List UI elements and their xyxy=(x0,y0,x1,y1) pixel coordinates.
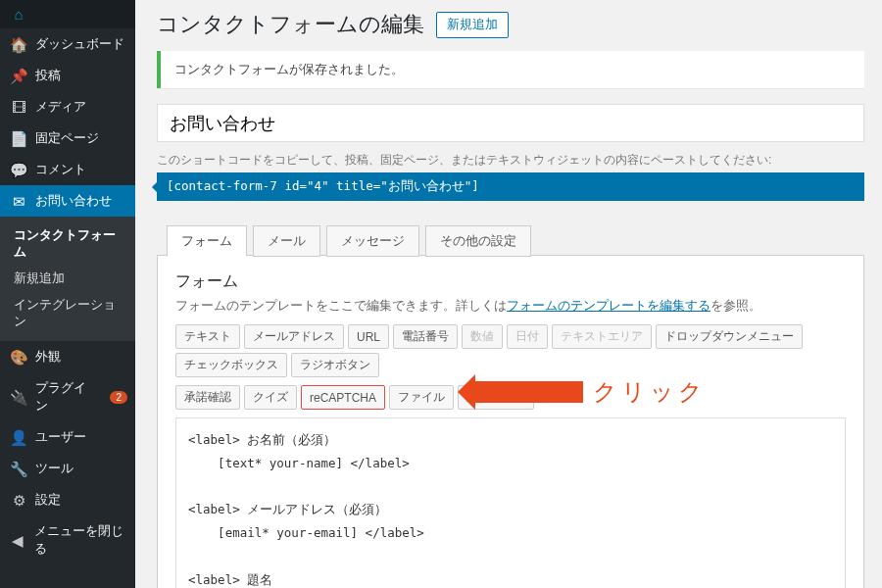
sidebar-label: メディア xyxy=(35,98,86,116)
sidebar-sub-item[interactable]: インテグレーション xyxy=(0,292,135,335)
sidebar-icon: ◀ xyxy=(10,533,26,548)
sidebar-label: メニューを閉じる xyxy=(34,522,127,558)
sidebar-label: ユーザー xyxy=(35,428,86,446)
tag-button-電話番号[interactable]: 電話番号 xyxy=(393,324,458,349)
tag-button-メールアドレス[interactable]: メールアドレス xyxy=(244,324,344,349)
tag-buttons-row-1: テキストメールアドレスURL電話番号数値日付テキストエリアドロップダウンメニュー… xyxy=(175,324,846,377)
sidebar-item-10[interactable]: 🔧ツール xyxy=(0,453,135,484)
tab-1[interactable]: メール xyxy=(253,225,320,257)
sidebar-item-9[interactable]: 👤ユーザー xyxy=(0,421,135,453)
tab-3[interactable]: その他の設定 xyxy=(425,225,531,257)
sidebar-label: プラグイン xyxy=(35,379,98,415)
success-notice: コンタクトフォームが保存されました。 xyxy=(157,51,864,88)
shortcode-display[interactable]: [contact-form-7 id="4" title="お問い合わせ"] xyxy=(157,172,864,201)
add-new-button[interactable]: 新規追加 xyxy=(436,12,509,38)
tag-button-チェックボックス[interactable]: チェックボックス xyxy=(175,353,287,377)
sidebar-sub-item[interactable]: コンタクトフォーム xyxy=(0,222,135,266)
page-title: コンタクトフォームの編集 xyxy=(157,10,424,39)
tag-button-テキスト[interactable]: テキスト xyxy=(175,324,240,349)
tag-button-ドロップダウンメニュー[interactable]: ドロップダウンメニュー xyxy=(656,324,803,349)
sidebar-item-6[interactable]: ✉お問い合わせ xyxy=(0,185,135,217)
tag-button-reCAPTCHA[interactable]: reCAPTCHA xyxy=(301,385,385,410)
sidebar-icon: ✉ xyxy=(10,194,27,209)
sidebar-icon: 🔧 xyxy=(10,462,27,476)
sidebar-icon: 📄 xyxy=(10,131,27,146)
sidebar-label: ツール xyxy=(35,460,74,477)
update-badge: 2 xyxy=(110,391,127,404)
tag-buttons-row-2: 承諾確認クイズreCAPTCHAファイル送信ボタン xyxy=(175,385,846,410)
sidebar-icon: 👤 xyxy=(10,430,27,445)
tag-button-日付[interactable]: 日付 xyxy=(507,324,548,349)
sidebar-label: お問い合わせ xyxy=(35,192,112,210)
sidebar-label: 外観 xyxy=(35,348,61,366)
sidebar-label: 固定ページ xyxy=(35,129,99,147)
sidebar-icon: 🔌 xyxy=(10,390,27,405)
sidebar-icon: 💬 xyxy=(10,163,27,177)
tag-button-クイズ[interactable]: クイズ xyxy=(244,385,297,410)
tag-button-数値[interactable]: 数値 xyxy=(462,324,503,349)
panel-heading: フォーム xyxy=(175,271,846,292)
admin-sidebar: ⌂🏠ダッシュボード📌投稿🎞メディア📄固定ページ💬コメント✉お問い合わせコンタクト… xyxy=(0,0,135,588)
sidebar-item-12[interactable]: ◀メニューを閉じる xyxy=(0,515,135,564)
sidebar-icon: 🎞 xyxy=(10,100,27,115)
tab-0[interactable]: フォーム xyxy=(167,225,247,257)
form-title-input[interactable] xyxy=(157,104,864,142)
tag-button-ファイル[interactable]: ファイル xyxy=(389,385,454,410)
sidebar-icon: ⌂ xyxy=(10,7,27,22)
sidebar-item-11[interactable]: ⚙設定 xyxy=(0,484,135,515)
sidebar-icon: ⚙ xyxy=(10,493,27,508)
sidebar-item-2[interactable]: 📌投稿 xyxy=(0,60,135,91)
sidebar-sub-item[interactable]: 新規追加 xyxy=(0,266,135,292)
sidebar-label: コメント xyxy=(35,161,86,178)
sidebar-item-5[interactable]: 💬コメント xyxy=(0,154,135,185)
sidebar-item-4[interactable]: 📄固定ページ xyxy=(0,122,135,154)
panel-description: フォームのテンプレートをここで編集できます。詳しくはフォームのテンプレートを編集… xyxy=(175,298,846,315)
sidebar-label: 投稿 xyxy=(35,67,61,84)
tag-button-送信ボタン[interactable]: 送信ボタン xyxy=(458,385,534,410)
tab-2[interactable]: メッセージ xyxy=(326,225,419,257)
sidebar-item-3[interactable]: 🎞メディア xyxy=(0,91,135,122)
tab-bar: フォームメールメッセージその他の設定 xyxy=(157,224,864,256)
sidebar-label: 設定 xyxy=(35,491,61,509)
shortcode-hint: このショートコードをコピーして、投稿、固定ページ、またはテキストウィジェットの内… xyxy=(157,152,864,169)
tag-button-承諾確認[interactable]: 承諾確認 xyxy=(175,385,240,410)
sidebar-item-7[interactable]: 🎨外観 xyxy=(0,341,135,372)
sidebar-item-1[interactable]: 🏠ダッシュボード xyxy=(0,28,135,60)
tag-button-テキストエリア[interactable]: テキストエリア xyxy=(552,324,652,349)
sidebar-icon: 🎨 xyxy=(10,350,27,365)
sidebar-item-8[interactable]: 🔌プラグイン2 xyxy=(0,372,135,421)
sidebar-item-0[interactable]: ⌂ xyxy=(0,0,135,28)
tag-button-URL[interactable]: URL xyxy=(348,324,389,349)
sidebar-label: ダッシュボード xyxy=(35,35,124,53)
main-content: コンタクトフォームの編集 新規追加 コンタクトフォームが保存されました。 このシ… xyxy=(135,0,882,588)
form-panel: フォーム フォームのテンプレートをここで編集できます。詳しくはフォームのテンプレ… xyxy=(157,255,864,588)
tag-button-ラジオボタン[interactable]: ラジオボタン xyxy=(291,353,379,377)
template-help-link[interactable]: フォームのテンプレートを編集する xyxy=(507,299,710,313)
form-template-textarea[interactable]: <label> お名前（必須） [text* your-name] </labe… xyxy=(175,417,846,588)
sidebar-icon: 🏠 xyxy=(10,37,27,52)
sidebar-icon: 📌 xyxy=(10,69,27,83)
sidebar-submenu: コンタクトフォーム新規追加インテグレーション xyxy=(0,217,135,341)
